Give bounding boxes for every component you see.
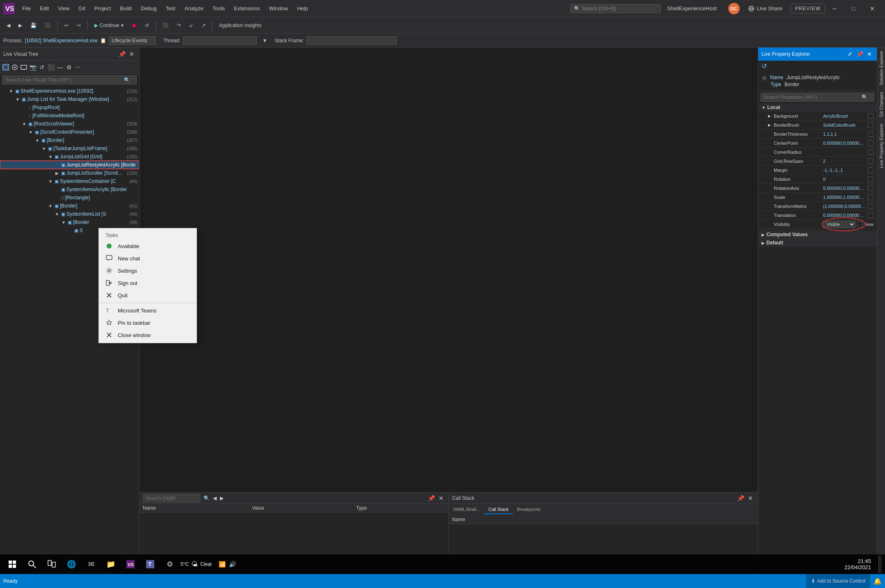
visual-studio-taskbar-btn[interactable]: VS xyxy=(121,555,139,573)
mail-button[interactable]: ✉ xyxy=(82,555,100,573)
lvt-close-icon[interactable]: ✕ xyxy=(128,50,136,58)
redo-btn[interactable]: ↪ xyxy=(73,21,84,30)
close-icon[interactable]: ✕ xyxy=(437,494,445,502)
prop-scale[interactable]: Scale 1.000000,1.000000,1.0€ xyxy=(758,193,877,202)
tree-item[interactable]: ○ [PopupRoot] xyxy=(0,103,139,112)
undo-btn[interactable]: ↩ xyxy=(61,21,72,30)
ctx-settings[interactable]: Settings xyxy=(99,264,197,277)
source-control-btn[interactable]: ⬆ Add to Source Control xyxy=(806,574,870,588)
search-depth-input[interactable] xyxy=(143,494,200,502)
tree-item[interactable]: ▼ ▣ [Border (39) xyxy=(0,218,139,226)
ctx-quit[interactable]: Quit xyxy=(99,289,197,301)
lvt-search-bar[interactable]: 🔍 xyxy=(2,75,137,84)
prop-visibility[interactable]: Visibility Visible Hidden Collapsed New xyxy=(758,220,877,229)
settings-taskbar-btn[interactable]: ⚙ xyxy=(161,555,179,573)
prop-borderbrush[interactable]: ▶ BorderBrush SolidColorBrush xyxy=(758,121,877,130)
minimize-button[interactable]: ─ xyxy=(825,2,844,15)
lvt-display-btn[interactable] xyxy=(20,63,28,71)
lpe-computed-section[interactable]: ▶ Computed Values xyxy=(758,230,877,239)
expand-icon[interactable]: ▼ xyxy=(21,121,27,127)
step-over-btn[interactable]: ↷ xyxy=(174,21,184,30)
stop-btn[interactable]: ⏹ xyxy=(128,21,140,30)
continue-button[interactable]: ▶ Continue ▾ xyxy=(91,21,127,30)
menu-extensions[interactable]: Extensions xyxy=(230,4,264,13)
expand-icon[interactable] xyxy=(67,228,73,233)
tab-xaml-binding[interactable]: XAML Bindi... xyxy=(449,505,484,514)
expand-icon[interactable]: ▼ xyxy=(48,154,53,160)
prop-borderthickness[interactable]: BorderThickness 1,1,1,1 xyxy=(758,130,877,139)
expand-icon[interactable]: ▼ xyxy=(34,137,40,143)
menu-edit[interactable]: Edit xyxy=(36,4,53,13)
prop-translation[interactable]: Translation 0.000000,0.000000,0.0€ xyxy=(758,211,877,220)
menu-test[interactable]: Test xyxy=(162,4,180,13)
save-all-btn[interactable]: ⬛ xyxy=(41,21,54,30)
expand-icon[interactable]: ▼ xyxy=(15,96,21,102)
prop-background[interactable]: ▶ Background AcrylicBrush xyxy=(758,112,877,121)
task-view-button[interactable] xyxy=(43,555,61,573)
prop-rotationaxis[interactable]: RotationAxis 0.000000,0.000000,1.0€ xyxy=(758,184,877,193)
expand-icon[interactable] xyxy=(21,105,27,110)
prop-checkbox[interactable] xyxy=(857,221,863,227)
prop-transformmatrix[interactable]: TransformMatrix {1.000000,0.000000,0.0 0 xyxy=(758,202,877,211)
ctx-teams[interactable]: T Microsoft Teams xyxy=(99,304,197,317)
tree-item[interactable]: ▼ ▣ ShellExperienceHost.exe [10592] (216… xyxy=(0,87,139,95)
lvt-refresh-btn[interactable]: ↺ xyxy=(38,63,46,71)
tree-item[interactable]: ▼ ▣ [Border] (41) xyxy=(0,202,139,210)
prop-checkbox[interactable] xyxy=(868,158,874,164)
lvt-pin-icon[interactable]: 📌 xyxy=(118,50,126,58)
prop-rotation[interactable]: Rotation 0 xyxy=(758,175,877,184)
liveshare-button[interactable]: Live Share xyxy=(743,4,787,14)
ctx-close-window[interactable]: Close window xyxy=(99,329,197,341)
cs-pin-icon[interactable]: 📌 xyxy=(736,494,745,502)
live-property-explorer-tab[interactable]: Live Property Explorer xyxy=(878,120,885,171)
nav-back-icon[interactable]: ◀ xyxy=(213,495,217,501)
step-out-btn[interactable]: ↗ xyxy=(198,21,209,30)
start-button[interactable] xyxy=(3,555,21,573)
solution-explorer-tab[interactable]: Solution Explorer xyxy=(878,48,885,89)
prop-checkbox[interactable] xyxy=(868,149,874,155)
menu-analyze[interactable]: Analyze xyxy=(180,4,207,13)
expand-icon[interactable] xyxy=(54,195,60,201)
restart-btn[interactable]: ↺ xyxy=(142,21,152,30)
volume-icon[interactable]: 🔊 xyxy=(229,561,236,567)
edge-button[interactable]: 🌐 xyxy=(62,555,80,573)
menu-build[interactable]: Build xyxy=(116,4,136,13)
prop-checkbox[interactable] xyxy=(868,176,874,182)
tree-item[interactable]: ▶ ▣ JumpListScroller [Scroll... (150) xyxy=(0,169,139,177)
file-explorer-button[interactable]: 📁 xyxy=(102,555,120,573)
show-desktop-btn[interactable] xyxy=(878,555,882,573)
prop-margin[interactable]: Margin -1,-1,-1,-1 xyxy=(758,166,877,175)
expand-icon[interactable]: ▼ xyxy=(28,129,34,135)
menu-git[interactable]: Git xyxy=(74,4,89,13)
lvt-settings-btn[interactable]: ⚙ xyxy=(65,63,73,71)
tree-item[interactable]: ▼ ▣ SystemItemsContainer [C (44) xyxy=(0,177,139,185)
lpe-expand-icon[interactable]: ⇗ xyxy=(846,50,854,58)
expand-icon[interactable] xyxy=(21,113,27,119)
lvt-select-element-btn[interactable] xyxy=(2,63,10,71)
app-insights-btn[interactable]: Application Insights xyxy=(216,21,265,30)
visibility-select[interactable]: Visible Hidden Collapsed xyxy=(823,221,855,228)
lpe-pin-icon[interactable]: 📌 xyxy=(855,50,864,58)
expand-icon[interactable]: ▼ xyxy=(48,178,53,184)
tab-call-stack[interactable]: Call Stack xyxy=(484,505,513,514)
back-btn[interactable]: ◀ xyxy=(3,21,14,30)
menu-debug[interactable]: Debug xyxy=(137,4,160,13)
cs-close-icon[interactable]: ✕ xyxy=(746,494,755,502)
prop-checkbox[interactable] xyxy=(868,185,874,191)
network-icon[interactable]: 📶 xyxy=(219,561,226,567)
pin-icon[interactable]: 📌 xyxy=(427,494,435,502)
save-btn[interactable]: 💾 xyxy=(27,21,40,30)
system-clock[interactable]: 21:45 22/04/2021 xyxy=(839,558,876,570)
expand-icon[interactable]: ▼ xyxy=(8,88,14,94)
lvt-track-btn[interactable] xyxy=(11,63,19,71)
tree-item[interactable]: ▼ ▣ [RootScrollViewer] (209) xyxy=(0,120,139,128)
lpe-search-bar[interactable]: 🔍 xyxy=(761,93,874,102)
tab-breakpoints[interactable]: Breakpoints xyxy=(513,505,545,514)
stack-frame-input[interactable] xyxy=(306,36,397,45)
prop-checkbox[interactable] xyxy=(868,122,874,128)
tree-item[interactable]: ▼ ▣ [TaskbarJumpListFrame] (206) xyxy=(0,144,139,153)
maximize-button[interactable]: □ xyxy=(844,2,863,15)
breakpoint-btn[interactable]: ⬛ xyxy=(159,21,172,30)
prop-cornerradius[interactable]: CornerRadius xyxy=(758,148,877,157)
lvt-snapshot-btn[interactable]: 📷 xyxy=(29,63,37,71)
